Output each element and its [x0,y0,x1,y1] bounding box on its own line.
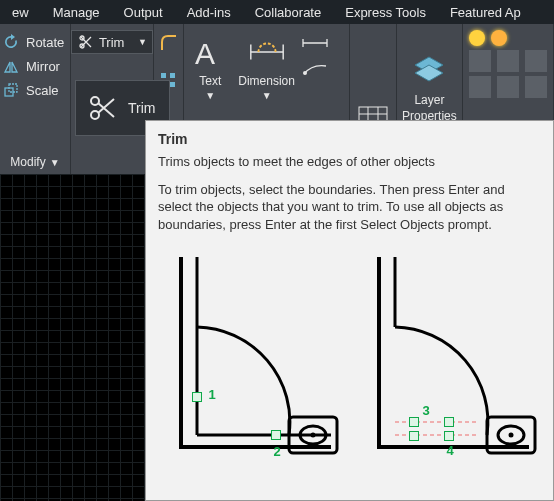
grip-marker [444,417,454,427]
dimension-label: Dimension [238,74,295,88]
rotate-button[interactable]: Rotate [0,30,66,54]
grip-marker [192,392,202,402]
menu-item-express-tools[interactable]: Express Tools [333,5,438,20]
scissors-icon [86,92,118,124]
menu-item-collaborate[interactable]: Collaborate [243,5,334,20]
trim-label: Trim [99,35,125,50]
mirror-label: Mirror [26,59,60,74]
trim-icon [77,33,95,51]
layer-properties-button[interactable]: Layer Properties [400,49,459,125]
chevron-down-icon: ▼ [262,90,272,101]
text-label: Text [199,74,221,88]
svg-point-18 [508,433,513,438]
tooltip-figure-after: 3 4 [359,247,539,457]
tooltip-body: To trim objects, select the boundaries. … [158,181,541,234]
trim-split-button[interactable]: Trim ▼ [71,30,153,54]
rotate-icon [2,33,20,51]
chevron-down-icon: ▼ [205,90,215,101]
menu-item-addins[interactable]: Add-ins [175,5,243,20]
leader-icon[interactable] [301,60,329,78]
layer-button-d[interactable] [469,76,491,98]
drawing-area[interactable] [0,174,145,501]
mirror-icon [2,57,20,75]
text-icon: A [190,32,230,72]
scale-button[interactable]: Scale [0,78,66,102]
grip-marker [409,417,419,427]
menu-item-view[interactable]: ew [0,5,41,20]
lightbulb-on-icon[interactable] [469,30,485,46]
tooltip-title: Trim [158,131,541,147]
layer-button-e[interactable] [497,76,519,98]
svg-rect-5 [170,73,175,78]
dimension-button[interactable]: Dimension ▼ [236,30,297,103]
tooltip-subtitle: Trims objects to meet the edges of other… [158,153,541,171]
grip-marker [444,431,454,441]
layer-button-a[interactable] [469,50,491,72]
layer-label1: Layer [414,93,444,107]
svg-rect-4 [161,73,166,78]
marker-1: 1 [209,387,216,402]
marker-4: 4 [447,443,454,458]
grid-background [0,174,145,501]
text-button[interactable]: A Text ▼ [188,30,232,103]
menu-bar: ew Manage Output Add-ins Collaborate Exp… [0,0,554,24]
panel-modify: Rotate Mirror Scale Modify ▼ [0,24,71,174]
layer-button-b[interactable] [497,50,519,72]
layer-button-f[interactable] [525,76,547,98]
grip-marker [409,431,419,441]
chevron-down-icon: ▼ [50,157,60,168]
linear-dim-icon[interactable] [301,34,329,52]
panel-modify-footer[interactable]: Modify ▼ [0,150,70,174]
layers-icon [409,51,449,91]
rotate-label: Rotate [26,35,64,50]
fillet-icon[interactable] [160,34,178,52]
menu-item-featured-apps[interactable]: Featured Ap [438,5,533,20]
marker-2: 2 [274,444,281,459]
svg-text:A: A [195,37,215,70]
grip-marker [271,430,281,440]
svg-point-15 [310,433,315,438]
layer-button-c[interactable] [525,50,547,72]
chevron-down-icon: ▼ [138,37,147,47]
svg-point-9 [303,71,307,75]
tooltip-trim: Trim Trims objects to meet the edges of … [145,120,554,501]
dimension-icon [247,32,287,72]
tooltip-figure-before: 1 2 [161,247,341,457]
scale-label: Scale [26,83,59,98]
trim-flyout-label: Trim [128,100,155,116]
sun-icon[interactable] [491,30,507,46]
mirror-button[interactable]: Mirror [0,54,66,78]
panel-modify-label: Modify [10,155,45,169]
marker-3: 3 [423,403,430,418]
scale-icon [2,81,20,99]
svg-rect-7 [170,82,175,87]
menu-item-manage[interactable]: Manage [41,5,112,20]
menu-item-output[interactable]: Output [112,5,175,20]
